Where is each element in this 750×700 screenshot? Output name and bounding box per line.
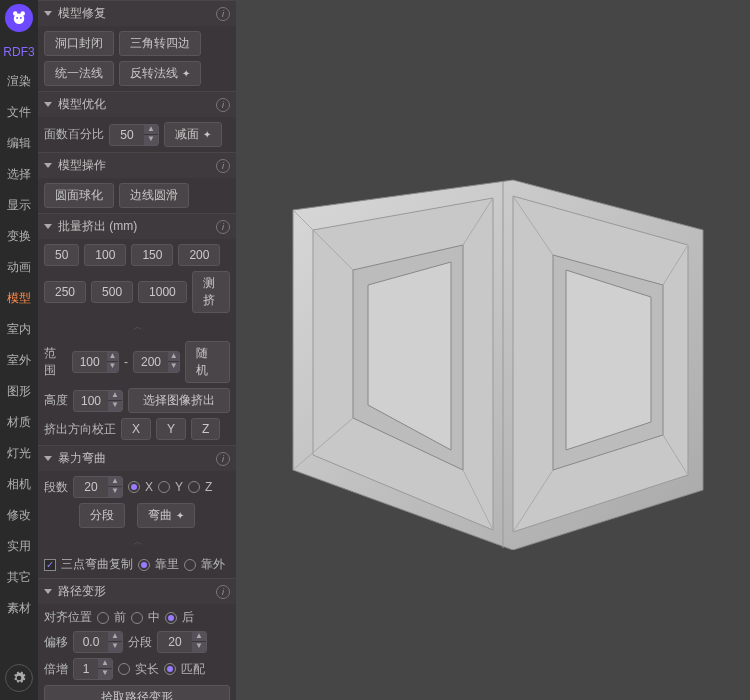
- sidebar-item-shape[interactable]: 图形: [1, 376, 37, 407]
- seg-label: 段数: [44, 479, 68, 496]
- real-length-radio[interactable]: [118, 663, 130, 675]
- preset-500[interactable]: 500: [91, 281, 133, 303]
- seg-input[interactable]: [74, 480, 108, 494]
- unify-normals-button[interactable]: 统一法线: [44, 61, 114, 86]
- help-icon[interactable]: i: [216, 585, 230, 599]
- collapse-indicator[interactable]: ︿: [44, 318, 230, 336]
- sidebar-item-other[interactable]: 其它: [1, 562, 37, 593]
- range-lo-input[interactable]: [73, 355, 107, 369]
- preset-100[interactable]: 100: [84, 244, 126, 266]
- help-icon[interactable]: i: [216, 7, 230, 21]
- preset-250[interactable]: 250: [44, 281, 86, 303]
- sidebar-item-indoor[interactable]: 室内: [1, 314, 37, 345]
- random-button[interactable]: 随机: [185, 341, 230, 383]
- select-image-extrude-button[interactable]: 选择图像挤出: [128, 388, 230, 413]
- section-header-path[interactable]: 路径变形i: [38, 579, 236, 604]
- sidebar-item-material[interactable]: 材质: [1, 407, 37, 438]
- section-header-extrude[interactable]: 批量挤出 (mm)i: [38, 214, 236, 239]
- sidebar-item-file[interactable]: 文件: [1, 97, 37, 128]
- sidebar-item-model[interactable]: 模型: [1, 283, 37, 314]
- seg-spinner[interactable]: ▲▼: [73, 476, 123, 498]
- preset-200[interactable]: 200: [178, 244, 220, 266]
- collapse-indicator[interactable]: ︿: [44, 533, 230, 551]
- svg-point-3: [16, 17, 18, 19]
- section-header-operate[interactable]: 模型操作i: [38, 153, 236, 178]
- face-percent-input[interactable]: [110, 128, 144, 142]
- tri-to-quad-button[interactable]: 三角转四边: [119, 31, 201, 56]
- section-optimize: 模型优化i 面数百分比 ▲▼ 减面✦: [38, 91, 236, 152]
- align-mid-radio[interactable]: [131, 612, 143, 624]
- path-seg-spinner[interactable]: ▲▼: [157, 631, 207, 653]
- sidebar-item-rdf3[interactable]: RDF3: [1, 38, 37, 66]
- section-header-optimize[interactable]: 模型优化i: [38, 92, 236, 117]
- sidebar-item-camera[interactable]: 相机: [1, 469, 37, 500]
- mult-label: 倍增: [44, 661, 68, 678]
- reduce-faces-button[interactable]: 减面✦: [164, 122, 222, 147]
- sidebar-item-asset[interactable]: 素材: [1, 593, 37, 624]
- sidebar-item-light[interactable]: 灯光: [1, 438, 37, 469]
- side-inside-radio[interactable]: [138, 559, 150, 571]
- 3d-viewport[interactable]: ↖: [236, 0, 750, 700]
- preset-50[interactable]: 50: [44, 244, 79, 266]
- settings-button[interactable]: [5, 664, 33, 692]
- split-button[interactable]: 分段: [79, 503, 125, 528]
- sidebar-item-select[interactable]: 选择: [1, 159, 37, 190]
- axis-z-button[interactable]: Z: [191, 418, 220, 440]
- align-label: 对齐位置: [44, 609, 92, 626]
- spherize-button[interactable]: 圆面球化: [44, 183, 114, 208]
- section-title: 路径变形: [58, 583, 106, 600]
- sidebar-item-display[interactable]: 显示: [1, 190, 37, 221]
- sidebar-item-anim[interactable]: 动画: [1, 252, 37, 283]
- sidebar-item-outdoor[interactable]: 室外: [1, 345, 37, 376]
- align-back-radio[interactable]: [165, 612, 177, 624]
- range-hi-spinner[interactable]: ▲▼: [133, 351, 180, 373]
- svg-point-4: [20, 17, 22, 19]
- bend-button[interactable]: 弯曲✦: [137, 503, 195, 528]
- mult-input[interactable]: [74, 662, 98, 676]
- help-icon[interactable]: i: [216, 159, 230, 173]
- section-header-bend[interactable]: 暴力弯曲i: [38, 446, 236, 471]
- range-hi-input[interactable]: [134, 355, 168, 369]
- three-point-bend-checkbox[interactable]: [44, 559, 56, 571]
- tool-panel: 模型修复i 洞口封闭 三角转四边 统一法线 反转法线✦ 模型优化i 面数百分比 …: [38, 0, 236, 700]
- preset-1000[interactable]: 1000: [138, 281, 187, 303]
- app-logo[interactable]: [5, 4, 33, 32]
- test-extrude-button[interactable]: 测挤: [192, 271, 230, 313]
- spinner-up[interactable]: ▲: [144, 125, 158, 135]
- bend-axis-z-radio[interactable]: [188, 481, 200, 493]
- section-title: 模型优化: [58, 96, 106, 113]
- caret-down-icon: [44, 102, 52, 107]
- bend-axis-y-radio[interactable]: [158, 481, 170, 493]
- help-icon[interactable]: i: [216, 452, 230, 466]
- offset-input[interactable]: [74, 635, 108, 649]
- height-spinner[interactable]: ▲▼: [73, 390, 123, 412]
- height-input[interactable]: [74, 394, 108, 408]
- range-lo-spinner[interactable]: ▲▼: [72, 351, 119, 373]
- sidebar-item-render[interactable]: 渲染: [1, 66, 37, 97]
- sidebar-item-modify[interactable]: 修改: [1, 500, 37, 531]
- help-icon[interactable]: i: [216, 98, 230, 112]
- sidebar-item-edit[interactable]: 编辑: [1, 128, 37, 159]
- face-percent-spinner[interactable]: ▲▼: [109, 124, 159, 146]
- bend-axis-x-radio[interactable]: [128, 481, 140, 493]
- section-header-repair[interactable]: 模型修复i: [38, 1, 236, 26]
- pick-path-deform-button[interactable]: 拾取路径变形: [44, 685, 230, 700]
- mult-spinner[interactable]: ▲▼: [73, 658, 113, 680]
- edge-smooth-button[interactable]: 边线圆滑: [119, 183, 189, 208]
- fit-radio[interactable]: [164, 663, 176, 675]
- hole-fill-button[interactable]: 洞口封闭: [44, 31, 114, 56]
- axis-x-button[interactable]: X: [121, 418, 151, 440]
- section-path-deform: 路径变形i 对齐位置 前 中 后 偏移 ▲▼ 分段 ▲▼ 倍增 ▲▼ 实长 匹配…: [38, 578, 236, 700]
- offset-spinner[interactable]: ▲▼: [73, 631, 123, 653]
- sidebar-item-utility[interactable]: 实用: [1, 531, 37, 562]
- sidebar-item-transform[interactable]: 变换: [1, 221, 37, 252]
- side-outside-radio[interactable]: [184, 559, 196, 571]
- caret-down-icon: [44, 163, 52, 168]
- flip-normals-button[interactable]: 反转法线✦: [119, 61, 201, 86]
- path-seg-input[interactable]: [158, 635, 192, 649]
- spinner-down[interactable]: ▼: [144, 135, 158, 145]
- axis-y-button[interactable]: Y: [156, 418, 186, 440]
- align-front-radio[interactable]: [97, 612, 109, 624]
- preset-150[interactable]: 150: [131, 244, 173, 266]
- help-icon[interactable]: i: [216, 220, 230, 234]
